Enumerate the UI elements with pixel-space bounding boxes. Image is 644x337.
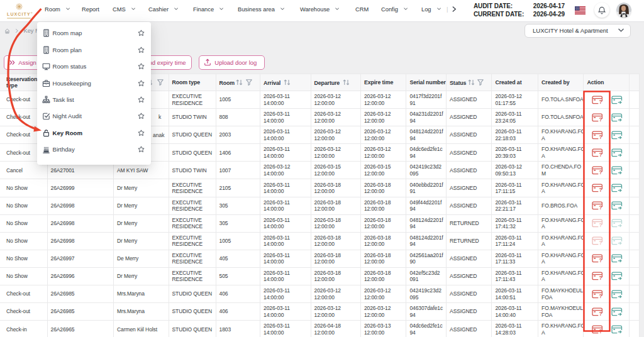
svg-text:?: ? bbox=[599, 135, 602, 140]
svg-text:?: ? bbox=[599, 241, 602, 246]
svg-text:?: ? bbox=[599, 99, 602, 104]
svg-text:?: ? bbox=[599, 223, 602, 228]
svg-text:?: ? bbox=[599, 294, 602, 299]
svg-text:?: ? bbox=[599, 258, 602, 263]
svg-text:?: ? bbox=[599, 329, 602, 334]
svg-text:?: ? bbox=[599, 152, 602, 157]
svg-text:?: ? bbox=[599, 170, 602, 175]
svg-text:?: ? bbox=[599, 276, 602, 281]
svg-text:?: ? bbox=[599, 117, 602, 122]
svg-text:?: ? bbox=[599, 311, 602, 316]
svg-text:?: ? bbox=[599, 187, 602, 192]
svg-text:?: ? bbox=[599, 206, 602, 211]
